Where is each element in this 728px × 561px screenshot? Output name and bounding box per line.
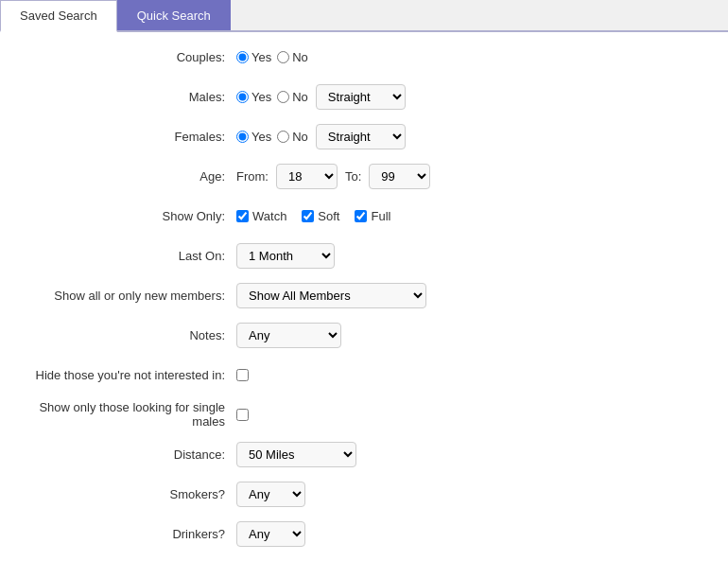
smokers-select[interactable]: Any Yes No — [236, 482, 305, 507]
females-no-label[interactable]: No — [277, 130, 308, 144]
hide-not-interested-row: Hide those you're not interested in: — [19, 359, 709, 390]
females-label: Females: — [19, 130, 236, 144]
females-no-text: No — [292, 130, 308, 144]
drinkers-select[interactable]: Any Yes No — [236, 521, 305, 547]
males-no-text: No — [292, 90, 308, 104]
females-controls: Yes No Straight Gay Bi Any — [236, 124, 406, 149]
single-males-row: Show only those looking for single males — [19, 399, 709, 430]
show-only-row: Show Only: Watch Soft Full — [19, 201, 709, 231]
males-label: Males: — [19, 90, 236, 104]
males-yes-text: Yes — [251, 90, 271, 104]
distance-label: Distance: — [19, 447, 236, 462]
couples-row: Couples: Yes No — [19, 42, 709, 72]
females-row: Females: Yes No Straight Gay Bi Any — [19, 121, 709, 151]
search-form: Couples: Yes No Males: Yes — [0, 32, 728, 561]
couples-yes-text: Yes — [251, 50, 271, 64]
smokers-label: Smokers? — [19, 487, 236, 501]
full-checkbox[interactable] — [355, 210, 367, 222]
females-no-radio[interactable] — [277, 131, 289, 143]
age-label: Age: — [19, 169, 236, 184]
females-radio-group: Yes No — [236, 130, 308, 144]
notes-row: Notes: Any Has Notes No Notes — [19, 320, 709, 350]
show-members-controls: Show All Members Show New Members Only — [236, 283, 426, 308]
distance-controls: 50 Miles 10 Miles 25 Miles 100 Miles 200… — [236, 442, 356, 467]
couples-no-text: No — [292, 50, 308, 64]
hide-not-interested-checkbox[interactable] — [236, 369, 249, 381]
couples-radio-group: Yes No — [236, 50, 308, 64]
males-no-radio[interactable] — [277, 91, 289, 103]
couples-yes-label[interactable]: Yes — [236, 50, 271, 64]
males-no-label[interactable]: No — [277, 90, 308, 104]
watch-checkbox[interactable] — [236, 210, 249, 222]
show-only-label: Show Only: — [19, 209, 236, 223]
distance-row: Distance: 50 Miles 10 Miles 25 Miles 100… — [19, 439, 709, 469]
last-on-row: Last On: 1 Month 1 Week 2 Weeks 3 Months… — [19, 240, 709, 271]
soft-text: Soft — [318, 209, 339, 223]
tab-bar: Saved Search Quick Search — [0, 0, 728, 32]
notes-controls: Any Has Notes No Notes — [236, 323, 341, 348]
full-text: Full — [371, 209, 390, 223]
last-on-label: Last On: — [19, 249, 236, 263]
watch-text: Watch — [252, 209, 286, 223]
males-controls: Yes No Straight Gay Bi Any — [236, 84, 406, 110]
soft-checkbox[interactable] — [302, 210, 314, 222]
age-to-select[interactable]: 99908070 60504540 — [369, 164, 430, 189]
age-controls: From: 18192021 25303540 To: 99908070 605… — [236, 164, 430, 189]
couples-label: Couples: — [19, 50, 236, 64]
single-males-label: Show only those looking for single males — [19, 400, 236, 429]
couples-no-radio[interactable] — [277, 51, 289, 63]
couples-controls: Yes No — [236, 50, 308, 64]
females-yes-text: Yes — [251, 130, 271, 144]
drinkers-label: Drinkers? — [19, 527, 236, 541]
full-label[interactable]: Full — [355, 209, 390, 223]
tab-saved-search[interactable]: Saved Search — [0, 0, 117, 32]
last-on-controls: 1 Month 1 Week 2 Weeks 3 Months 6 Months… — [236, 243, 335, 269]
males-row: Males: Yes No Straight Gay Bi Any — [19, 81, 709, 112]
age-from-label: From: — [236, 169, 269, 184]
couples-no-label[interactable]: No — [277, 50, 308, 64]
soft-label[interactable]: Soft — [302, 209, 339, 223]
hide-not-interested-label: Hide those you're not interested in: — [19, 368, 236, 382]
single-males-controls — [236, 409, 249, 421]
show-only-controls: Watch Soft Full — [236, 209, 390, 223]
age-row: Age: From: 18192021 25303540 To: 9990807… — [19, 161, 709, 191]
show-members-label: Show all or only new members: — [19, 289, 236, 303]
age-to-label: To: — [345, 169, 361, 184]
smokers-controls: Any Yes No — [236, 482, 305, 507]
males-orientation-select[interactable]: Straight Gay Bi Any — [316, 84, 406, 110]
males-yes-label[interactable]: Yes — [236, 90, 271, 104]
males-yes-radio[interactable] — [236, 91, 249, 103]
show-members-row: Show all or only new members: Show All M… — [19, 280, 709, 310]
couples-yes-radio[interactable] — [236, 51, 249, 63]
single-males-checkbox[interactable] — [236, 409, 249, 421]
notes-label: Notes: — [19, 328, 236, 342]
drinkers-row: Drinkers? Any Yes No — [19, 518, 709, 549]
females-orientation-select[interactable]: Straight Gay Bi Any — [316, 124, 406, 149]
smokers-row: Smokers? Any Yes No — [19, 479, 709, 509]
distance-select[interactable]: 50 Miles 10 Miles 25 Miles 100 Miles 200… — [236, 442, 356, 467]
females-yes-label[interactable]: Yes — [236, 130, 271, 144]
females-yes-radio[interactable] — [236, 131, 249, 143]
watch-label[interactable]: Watch — [236, 209, 286, 223]
hide-not-interested-controls — [236, 369, 249, 381]
last-on-select[interactable]: 1 Month 1 Week 2 Weeks 3 Months 6 Months… — [236, 243, 335, 269]
tab-quick-search[interactable]: Quick Search — [117, 0, 231, 30]
notes-select[interactable]: Any Has Notes No Notes — [236, 323, 341, 348]
show-members-select[interactable]: Show All Members Show New Members Only — [236, 283, 426, 308]
males-radio-group: Yes No — [236, 90, 308, 104]
age-from-select[interactable]: 18192021 25303540 — [276, 164, 338, 189]
drinkers-controls: Any Yes No — [236, 521, 305, 547]
